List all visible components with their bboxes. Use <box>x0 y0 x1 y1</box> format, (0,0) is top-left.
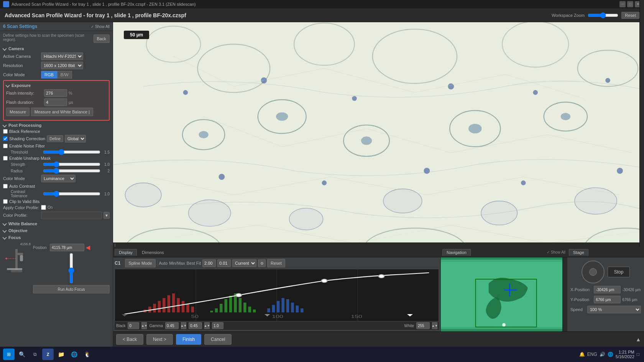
display-gear-icon[interactable]: ⚙ <box>258 259 266 267</box>
black-spinner[interactable]: ▲▼ <box>141 322 147 329</box>
contrast-tolerance-slider[interactable] <box>43 191 100 197</box>
svg-rect-73 <box>253 310 256 313</box>
notification-icon[interactable]: □ <box>637 352 639 357</box>
task-view-icon[interactable]: ⧉ <box>29 349 41 360</box>
strength-slider[interactable] <box>43 162 100 167</box>
clip-valid-checkbox[interactable] <box>3 199 8 204</box>
stage-joystick[interactable] <box>582 260 605 283</box>
white-value-input[interactable] <box>416 322 430 329</box>
zen-taskbar-icon[interactable]: Z <box>42 349 54 360</box>
workspace-zoom-slider[interactable] <box>588 12 618 18</box>
edge-icon[interactable]: 🌐 <box>68 349 80 360</box>
reset-button[interactable]: Reset <box>621 12 639 19</box>
focus-position-input[interactable] <box>50 244 84 251</box>
stage-scrollbar[interactable] <box>639 22 644 77</box>
global-select[interactable]: Global <box>65 135 86 143</box>
flash-intensity-input[interactable] <box>44 89 67 97</box>
current-select[interactable]: Current <box>232 259 256 267</box>
focus-label: Focus <box>8 235 21 240</box>
noise-filter-checkbox[interactable] <box>3 144 8 148</box>
file-manager-icon[interactable]: 📁 <box>55 349 67 360</box>
microscope-hscrollbar-thumb[interactable] <box>115 244 115 247</box>
measure-wb-button[interactable]: Measure and White Balance | <box>31 108 93 116</box>
camera-section-header[interactable]: Camera <box>3 46 110 51</box>
gamma-spinner2[interactable]: ▲▼ <box>204 322 210 329</box>
threshold-slider[interactable] <box>43 149 100 155</box>
focus-slider[interactable] <box>33 253 110 283</box>
cancel-button[interactable]: Cancel <box>204 334 232 345</box>
color-bw-button[interactable]: B/W <box>57 71 72 79</box>
apply-color-checkbox[interactable] <box>41 205 46 210</box>
svg-rect-63 <box>191 307 194 313</box>
shading-correction-checkbox[interactable] <box>3 136 8 141</box>
color-rgb-button[interactable]: RGB <box>41 71 57 79</box>
speed-select[interactable]: 100 % 75 % 50 % 25 % <box>587 306 641 313</box>
nav-show-all[interactable]: ✓ Show All <box>547 250 565 254</box>
finish-button[interactable]: Finish <box>176 334 201 345</box>
next-wizard-button[interactable]: Next > <box>146 334 173 345</box>
svg-point-38 <box>424 168 430 174</box>
objective-header[interactable]: Objective <box>3 228 110 233</box>
white-balance-header[interactable]: White Balance <box>3 221 110 226</box>
sys-network-icon[interactable]: 🌐 <box>608 352 613 357</box>
back-wizard-button[interactable]: < Back <box>116 334 143 345</box>
unsharp-mask-checkbox[interactable] <box>3 156 8 161</box>
color-mode-post-select[interactable]: Luminance <box>41 175 76 182</box>
stop-button[interactable]: Stop <box>608 267 630 277</box>
hint-text: Define settings how to scan the specimen… <box>3 33 94 42</box>
black-reference-checkbox[interactable] <box>3 129 8 134</box>
define-button[interactable]: Define <box>47 135 63 142</box>
sys-notify-icon[interactable]: 🔔 <box>579 352 585 357</box>
focus-header[interactable]: Focus <box>3 235 110 240</box>
x-position-input[interactable] <box>594 286 621 293</box>
scale-bar: 50 µm <box>124 31 149 39</box>
autofocus-button[interactable]: Run Auto Focus <box>33 285 110 293</box>
contrast-tolerance-value: 1.0 <box>102 192 110 196</box>
gamma-value2-input[interactable] <box>189 322 202 329</box>
svg-rect-3 <box>20 255 23 261</box>
gamma-spinner1[interactable]: ▲▼ <box>181 322 186 329</box>
collapse-icon[interactable]: ▲ <box>636 336 641 342</box>
reset-curve-button[interactable]: Reset <box>267 259 285 267</box>
color-profile-btn[interactable]: ▼ <box>104 212 110 219</box>
gamma-value1-input[interactable] <box>165 322 179 329</box>
back-button[interactable]: Back <box>94 34 110 43</box>
tab-dimensions[interactable]: Dimensions <box>138 249 168 256</box>
display-value2-input[interactable] <box>217 259 231 267</box>
minimize-btn[interactable]: ─ <box>619 1 626 7</box>
show-all-button[interactable]: ✓ Show All <box>91 25 110 29</box>
search-taskbar-icon[interactable]: 🔍 <box>16 349 28 360</box>
maximize-btn[interactable]: □ <box>627 1 633 7</box>
svg-rect-56 <box>158 301 161 313</box>
sys-volume-icon[interactable]: 🔊 <box>600 352 605 357</box>
y-position-input[interactable] <box>594 296 621 303</box>
microscope-hscrollbar[interactable] <box>113 242 639 247</box>
workspace-zoom-label: Workspace Zoom <box>552 13 585 18</box>
tab-display[interactable]: Display <box>115 249 137 256</box>
radius-slider[interactable] <box>43 168 100 174</box>
nav-scrollbar[interactable] <box>562 257 567 331</box>
resolution-select[interactable]: 1600 x 1200 8bit <box>41 62 83 69</box>
measure-button[interactable]: Measure <box>6 108 30 116</box>
tab-navigation[interactable]: Navigation <box>442 249 471 256</box>
unsharp-mask-row: Enable Unsharp Mask <box>3 156 110 161</box>
app4-indicator-icon: 🐧 <box>84 351 90 357</box>
flash-duration-input[interactable] <box>44 98 67 106</box>
tab-stage[interactable]: Stage <box>569 249 588 256</box>
active-camera-select[interactable]: Hitachi HV-F202SCL <box>41 52 83 60</box>
titlebar-controls[interactable]: ─ □ ✕ <box>619 1 641 7</box>
black-value-input[interactable] <box>128 322 139 329</box>
post-processing-header[interactable]: Post Processing <box>3 123 110 128</box>
start-button[interactable]: ⊞ <box>3 349 15 360</box>
spline-mode-button[interactable]: Spline Mode <box>125 259 155 267</box>
svg-rect-77 <box>281 298 284 313</box>
sys-lang-icon[interactable]: ENG <box>587 352 597 357</box>
auto-contrast-checkbox[interactable] <box>3 184 8 188</box>
taskbar-clock: 1:21 PM <box>616 350 634 354</box>
app4-icon[interactable]: 🐧 <box>81 349 93 360</box>
exposure-section-header[interactable]: Exposure <box>6 83 107 88</box>
white-balance-section: White Balance <box>3 221 110 226</box>
white-spinner[interactable]: ▲▼ <box>432 322 437 329</box>
gamma-value3-input[interactable] <box>212 322 223 329</box>
display-value1-input[interactable] <box>202 259 216 267</box>
